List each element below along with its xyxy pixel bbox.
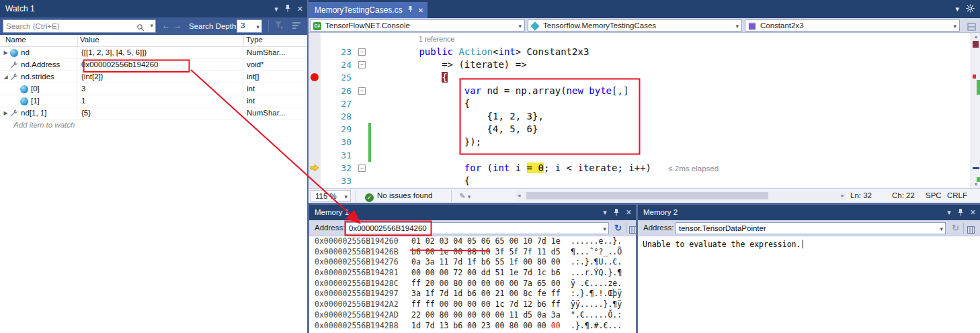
refresh-icon[interactable]: ↻ [614, 223, 622, 233]
type-selector[interactable]: Tensorflow.MemoryTestingCases ▾ [528, 19, 742, 32]
line-number[interactable]: 31 [321, 149, 352, 162]
window-menu-chevron-icon[interactable]: ▾ [603, 209, 607, 216]
line-number[interactable]: 30 [321, 136, 352, 148]
pin-icon[interactable] [613, 208, 620, 218]
expander-collapsed-icon[interactable]: ▶ [2, 47, 9, 58]
scroll-left-icon[interactable]: ◂ [518, 192, 521, 199]
line-number[interactable]: 27 [321, 97, 352, 110]
code-line[interactable]: {4, 5, 6} [374, 123, 538, 136]
line-number[interactable]: 28 [321, 110, 352, 123]
zoom-select[interactable]: 115 % ▾ [311, 190, 351, 202]
column-header-name[interactable]: Name [5, 36, 26, 44]
memory-bytes: b6 00 1e 00 88 b0 3f 5f 7f 11 d5 [411, 247, 561, 258]
codelens-references[interactable]: 1 reference [419, 35, 454, 43]
memory1-content[interactable]: 0x000002556B19426001 02 03 04 05 06 65 0… [309, 236, 636, 333]
memory-row[interactable]: 0x000002556B1942973a 1f 7d 1d b6 00 21 0… [309, 289, 636, 299]
watch-title-bar[interactable]: Watch 1 ▾ ✕ [0, 0, 307, 17]
search-previous-icon[interactable]: ← [162, 21, 170, 30]
search-next-icon[interactable]: → [173, 21, 181, 30]
search-icon[interactable] [136, 22, 145, 34]
refresh-icon[interactable]: ↻ [952, 223, 959, 233]
memory2-title-bar[interactable]: Memory 2 ▾ ✕ [638, 205, 980, 220]
document-health-mark [973, 41, 979, 48]
memory-row[interactable]: 0x000002556B19428100 00 00 72 00 dd 51 1… [309, 268, 636, 279]
watch-row[interactable]: ◢nd.strides{int[2]}int[] [0, 71, 307, 83]
line-number[interactable]: 26 [321, 85, 352, 97]
memory-row[interactable]: 0x000002556B1942B81d 7d 13 b6 00 23 00 8… [309, 321, 636, 332]
filter-icon[interactable] [274, 21, 284, 33]
tab-pin-icon[interactable] [407, 5, 413, 15]
watch-row[interactable]: ▶nd{[[1, 2, 3], [4, 5, 6]]}NumShar... [0, 47, 307, 59]
column-header-type[interactable]: Type [246, 36, 263, 44]
search-input[interactable] [6, 21, 130, 32]
watch-row[interactable]: ▶nd[1, 1]{5}NumShar... [0, 107, 307, 120]
close-icon[interactable]: ✕ [970, 209, 976, 216]
pin-icon[interactable] [957, 208, 964, 218]
close-icon[interactable]: ✕ [626, 209, 632, 216]
editor-split-icon[interactable] [967, 21, 976, 34]
scroll-down-icon[interactable]: ▾ [971, 181, 980, 187]
gear-icon[interactable] [966, 4, 975, 14]
fold-collapse-icon[interactable]: − [358, 164, 366, 172]
horizontal-scroll-thumb[interactable] [526, 192, 768, 199]
search-options-chevron-icon[interactable]: ▾ [150, 22, 153, 29]
columns-icon[interactable] [629, 224, 637, 236]
fold-collapse-icon[interactable]: − [358, 48, 366, 56]
watch-row[interactable]: [1]1int [0, 95, 307, 107]
memory1-address-input[interactable] [349, 224, 598, 233]
expander-collapsed-icon[interactable]: ▶ [2, 107, 9, 119]
memory-row[interactable]: 0x000002556B1942A2ff ff 00 00 00 00 1c 7… [309, 299, 636, 310]
line-number[interactable]: 24 [321, 58, 352, 71]
window-menu-chevron-icon[interactable]: ▾ [274, 5, 278, 13]
memory-row[interactable]: 0x000002556B19426001 02 03 04 05 06 65 0… [309, 236, 636, 247]
code-line[interactable]: var nd = np.array(new byte[,] [374, 85, 628, 97]
member-selector[interactable]: Constant2x3 ▾ [745, 19, 960, 32]
code-line[interactable]: => (iterate) => [374, 58, 527, 71]
memory-row[interactable]: 0x000002556B1942760a 3a 11 7d 1f b6 55 1… [309, 257, 636, 268]
close-icon[interactable]: ✕ [297, 5, 303, 13]
horizontal-scrollbar[interactable]: ◂ ▸ [516, 191, 846, 201]
vertical-scrollbar[interactable]: ▴ ▾ [971, 33, 980, 188]
column-header-value[interactable]: Value [80, 36, 99, 44]
memory2-content[interactable]: Unable to evaluate the expression. [638, 236, 980, 333]
code-line[interactable]: for (int i = 0; i < iterate; i++) ≤ 2ms … [374, 162, 719, 175]
memory2-address-combo[interactable]: ▾ [676, 222, 946, 234]
scroll-right-icon[interactable]: ▸ [841, 192, 844, 199]
tab-list-chevron-icon[interactable]: ▾ [955, 5, 959, 13]
line-number[interactable]: 33 [321, 175, 352, 187]
fold-collapse-icon[interactable]: − [358, 61, 366, 68]
code-line[interactable]: }); [374, 136, 481, 148]
expander-expanded-icon[interactable]: ◢ [2, 71, 9, 83]
issues-indicator[interactable]: ✓No issues found [365, 191, 432, 202]
pin-icon[interactable] [284, 4, 291, 13]
code-line[interactable]: { [374, 97, 470, 110]
window-menu-chevron-icon[interactable]: ▾ [947, 209, 951, 216]
columns-icon[interactable] [967, 224, 975, 236]
code-line[interactable]: { [374, 175, 470, 187]
line-number[interactable]: 29 [321, 123, 352, 136]
code-cleanup-icon[interactable]: ✎ ▾ [459, 191, 471, 201]
memory1-address-combo[interactable]: ▾ [345, 222, 609, 234]
project-selector[interactable]: C# TensorFlowNET.Console ▾ [310, 19, 525, 32]
code-line[interactable]: public Action<int> Constant2x3 [374, 46, 589, 58]
watch-add-item-row[interactable]: Add item to watch [0, 120, 307, 132]
memory-row[interactable]: 0x000002556B19428Cff 20 00 80 00 00 00 0… [309, 279, 636, 289]
watch-row[interactable]: [0]3int [0, 83, 307, 95]
code-line[interactable]: {1, 2, 3}, [374, 110, 544, 123]
code-editor[interactable]: 1 reference ▴ ▾ 23− public Action<int> C… [309, 33, 980, 188]
line-number[interactable]: 32 [321, 162, 352, 175]
memory-row[interactable]: 0x000002556B1942AD22 00 80 00 00 00 00 1… [309, 310, 636, 321]
memory2-address-input[interactable] [679, 224, 934, 233]
view-options-icon[interactable] [292, 21, 301, 33]
tab-close-icon[interactable]: ✕ [418, 7, 423, 14]
memory-row[interactable]: 0x000002556B19426Bb6 00 1e 00 88 b0 3f 5… [309, 247, 636, 258]
tab-memory-testing-cases[interactable]: MemoryTestingCases.cs ✕ [309, 2, 427, 18]
code-line[interactable]: { [374, 71, 448, 84]
scroll-up-icon[interactable]: ▴ [971, 34, 980, 40]
fold-collapse-icon[interactable]: − [358, 87, 366, 95]
line-number[interactable]: 25 [321, 71, 352, 84]
watch-row[interactable]: nd.Address0x000002556b194260void* [0, 59, 307, 71]
memory1-title-bar[interactable]: Memory 1 ▾ ✕ [309, 205, 636, 220]
search-depth-select[interactable]: 3 ▾ [237, 19, 262, 33]
line-number[interactable]: 23 [321, 46, 352, 58]
